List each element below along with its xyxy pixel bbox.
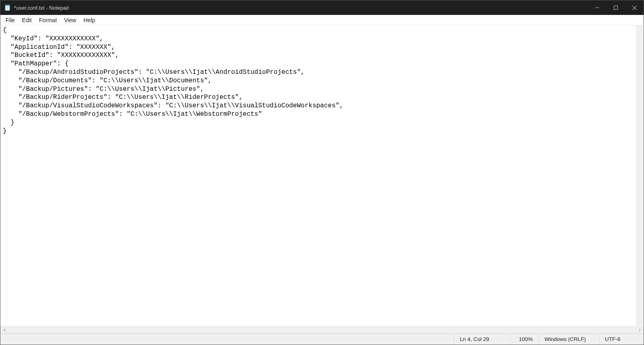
vertical-scrollbar[interactable] (636, 25, 643, 326)
scroll-left-icon[interactable] (1, 327, 8, 333)
close-icon (632, 6, 637, 10)
menubar: File Edit Format View Help (0, 15, 644, 25)
status-line-ending: Windows (CRLF) (539, 334, 599, 345)
text-editor[interactable]: { "KeyId": "XXXXXXXXXXXX", "ApplicationI… (0, 25, 644, 326)
editor-content[interactable]: { "KeyId": "XXXXXXXXXXXX", "ApplicationI… (0, 25, 644, 136)
minimize-icon (595, 6, 599, 10)
menu-format[interactable]: Format (35, 16, 60, 24)
statusbar: Ln 4, Col 29 100% Windows (CRLF) UTF-8 (0, 333, 644, 345)
window-title: *user.conf.txt - Notepad (14, 5, 69, 11)
maximize-icon (614, 6, 618, 10)
horizontal-scrollbar[interactable] (0, 326, 644, 333)
status-cursor-position: Ln 4, Col 29 (454, 334, 511, 345)
menu-edit[interactable]: Edit (19, 16, 35, 24)
notepad-window: *user.conf.txt - Notepad File Edit Forma… (0, 0, 644, 345)
scroll-right-icon[interactable] (636, 327, 643, 333)
menu-help[interactable]: Help (80, 16, 99, 24)
close-button[interactable] (625, 0, 644, 15)
menu-view[interactable]: View (60, 16, 80, 24)
notepad-icon (4, 4, 11, 11)
minimize-button[interactable] (588, 0, 607, 15)
titlebar[interactable]: *user.conf.txt - Notepad (0, 0, 644, 15)
menu-file[interactable]: File (2, 16, 19, 24)
status-zoom: 100% (511, 334, 539, 345)
content-area: { "KeyId": "XXXXXXXXXXXX", "ApplicationI… (0, 25, 644, 345)
status-spacer (0, 334, 454, 345)
window-controls (588, 0, 644, 15)
maximize-button[interactable] (607, 0, 625, 15)
status-encoding: UTF-8 (599, 334, 644, 345)
svg-rect-1 (5, 5, 10, 6)
svg-rect-6 (614, 6, 618, 10)
